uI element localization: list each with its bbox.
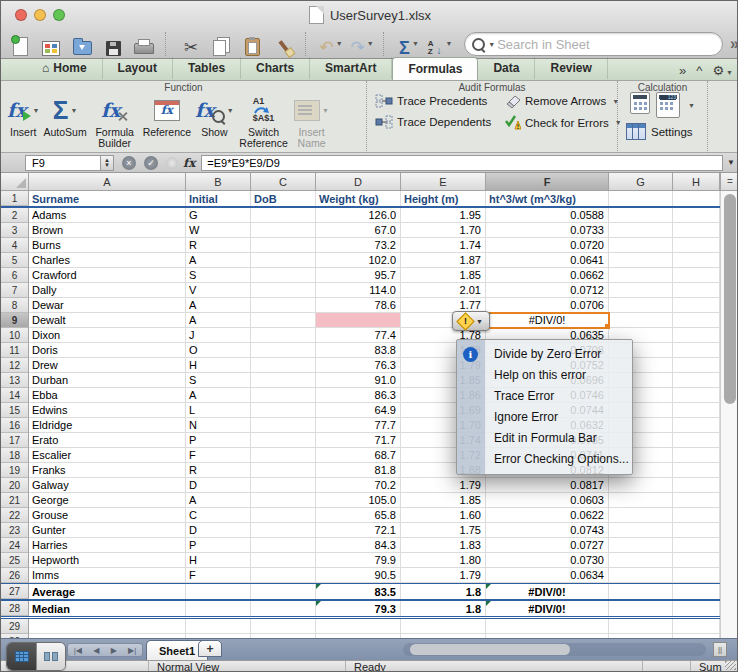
cell[interactable]: Durban bbox=[29, 373, 186, 388]
cell[interactable] bbox=[251, 448, 316, 463]
row-header-18[interactable]: 18 bbox=[1, 448, 29, 463]
save-button[interactable] bbox=[101, 30, 125, 58]
cell[interactable] bbox=[609, 523, 673, 538]
cell[interactable]: 0.0706 bbox=[486, 298, 609, 313]
toolbar-overflow-button[interactable]: » bbox=[730, 35, 738, 53]
name-box[interactable]: F9 bbox=[25, 155, 101, 171]
cell[interactable] bbox=[316, 313, 401, 328]
cell[interactable]: 1.8 bbox=[401, 584, 486, 599]
tab-layout[interactable]: Layout bbox=[103, 57, 173, 79]
cell[interactable] bbox=[251, 328, 316, 343]
cell[interactable]: A bbox=[186, 388, 251, 403]
row-header-13[interactable]: 13 bbox=[1, 373, 29, 388]
name-box-stepper[interactable]: ▲▼ bbox=[101, 155, 114, 171]
cell[interactable]: Grouse bbox=[29, 508, 186, 523]
cell[interactable]: 0.0622 bbox=[486, 508, 609, 523]
cell[interactable]: G bbox=[186, 208, 251, 223]
cell[interactable] bbox=[609, 601, 673, 616]
column-header-C[interactable]: C bbox=[251, 173, 316, 191]
cell[interactable] bbox=[673, 343, 720, 358]
cell[interactable]: Surname bbox=[29, 191, 186, 206]
cell[interactable] bbox=[251, 238, 316, 253]
error-menu-item[interactable]: Help on this error bbox=[457, 365, 632, 386]
cell[interactable] bbox=[609, 191, 673, 206]
cut-button[interactable]: ✂ bbox=[179, 30, 203, 58]
cell[interactable] bbox=[251, 601, 316, 616]
cell[interactable] bbox=[251, 553, 316, 568]
cell[interactable]: Average bbox=[29, 584, 186, 599]
cell[interactable]: A bbox=[186, 493, 251, 508]
row-header-6[interactable]: 6 bbox=[1, 268, 29, 283]
cell[interactable] bbox=[673, 448, 720, 463]
cell[interactable] bbox=[251, 403, 316, 418]
cell[interactable]: 0.0662 bbox=[486, 268, 609, 283]
cell[interactable] bbox=[609, 493, 673, 508]
cell[interactable]: Burns bbox=[29, 238, 186, 253]
tab-charts[interactable]: Charts bbox=[241, 57, 310, 79]
cell[interactable] bbox=[673, 373, 720, 388]
vertical-scrollbar-thumb[interactable] bbox=[724, 194, 736, 404]
cell[interactable]: Eldridge bbox=[29, 418, 186, 433]
show-button[interactable]: fx▼ Show bbox=[195, 94, 233, 138]
cell[interactable] bbox=[673, 191, 720, 206]
cell[interactable] bbox=[673, 328, 720, 343]
column-header-F[interactable]: F bbox=[486, 173, 609, 191]
cell[interactable] bbox=[186, 601, 251, 616]
formula-builder-button[interactable]: fx Formula Builder bbox=[91, 94, 139, 149]
cell[interactable]: H bbox=[186, 553, 251, 568]
cell[interactable] bbox=[673, 418, 720, 433]
cell[interactable]: 86.3 bbox=[316, 388, 401, 403]
cell[interactable] bbox=[673, 584, 720, 599]
close-traffic-light[interactable] bbox=[15, 9, 27, 21]
row-header-12[interactable]: 12 bbox=[1, 358, 29, 373]
cell[interactable] bbox=[609, 619, 673, 634]
cell[interactable]: 1.87 bbox=[401, 253, 486, 268]
cell[interactable]: S bbox=[186, 373, 251, 388]
cell[interactable]: 1.79 bbox=[401, 478, 486, 493]
titlebar[interactable]: UserSurvey1.xlsx bbox=[1, 1, 738, 29]
cell[interactable]: Height (m) bbox=[401, 191, 486, 206]
cell[interactable] bbox=[673, 619, 720, 634]
cell[interactable]: Charles bbox=[29, 253, 186, 268]
column-header-E[interactable]: E bbox=[401, 173, 486, 191]
cell[interactable]: 95.7 bbox=[316, 268, 401, 283]
row-header-29[interactable]: 29 bbox=[1, 619, 29, 634]
cell[interactable] bbox=[251, 568, 316, 583]
cell[interactable]: N bbox=[186, 418, 251, 433]
cell[interactable]: W bbox=[186, 223, 251, 238]
cell[interactable]: 1.8 bbox=[401, 601, 486, 616]
add-sheet-button[interactable]: + bbox=[198, 640, 222, 657]
cell[interactable]: 1.60 bbox=[401, 508, 486, 523]
cell[interactable]: 1.70 bbox=[401, 223, 486, 238]
cell[interactable]: Crawford bbox=[29, 268, 186, 283]
cell[interactable]: ht^3/wt (m^3/kg) bbox=[486, 191, 609, 206]
row-header-11[interactable]: 11 bbox=[1, 343, 29, 358]
next-sheet-button[interactable]: ▶ bbox=[111, 646, 117, 655]
cell[interactable] bbox=[673, 403, 720, 418]
undo-button[interactable]: ↶▼ bbox=[319, 30, 343, 58]
cell[interactable] bbox=[609, 508, 673, 523]
cell[interactable]: 0.0634 bbox=[486, 568, 609, 583]
cell[interactable]: 73.2 bbox=[316, 238, 401, 253]
cell[interactable]: 78.6 bbox=[316, 298, 401, 313]
cell[interactable]: 1.79 bbox=[401, 568, 486, 583]
redo-button[interactable]: ↷▼ bbox=[350, 30, 374, 58]
enter-button[interactable]: ✓ bbox=[144, 156, 158, 170]
cell[interactable] bbox=[609, 268, 673, 283]
cell[interactable] bbox=[251, 619, 316, 634]
row-header-2[interactable]: 2 bbox=[1, 208, 29, 223]
cell[interactable]: R bbox=[186, 463, 251, 478]
row-header-21[interactable]: 21 bbox=[1, 493, 29, 508]
cell[interactable]: 102.0 bbox=[316, 253, 401, 268]
row-header-14[interactable]: 14 bbox=[1, 388, 29, 403]
cell[interactable]: 0.0588 bbox=[486, 208, 609, 223]
tab-data[interactable]: Data bbox=[478, 57, 535, 79]
prev-sheet-button[interactable]: ◀ bbox=[93, 646, 99, 655]
cell[interactable] bbox=[673, 568, 720, 583]
row-header-8[interactable]: 8 bbox=[1, 298, 29, 313]
cell[interactable] bbox=[609, 568, 673, 583]
cell[interactable]: Ebba bbox=[29, 388, 186, 403]
cell[interactable]: 64.9 bbox=[316, 403, 401, 418]
cell[interactable] bbox=[673, 538, 720, 553]
cell[interactable]: 1.74 bbox=[401, 238, 486, 253]
